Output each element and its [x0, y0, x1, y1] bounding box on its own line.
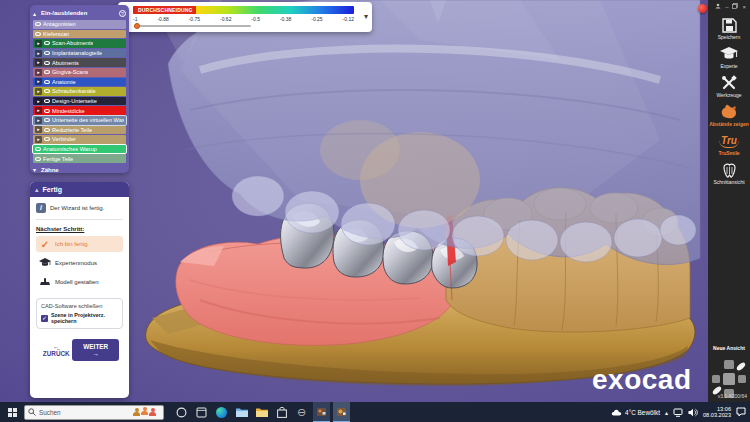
layer-row-gingiva-scans[interactable]: ▸ Gingiva-Scans	[33, 68, 126, 77]
close-icon[interactable]: ×	[742, 4, 746, 11]
folder-icon[interactable]	[253, 402, 270, 422]
eye-icon[interactable]	[44, 99, 50, 103]
legend-slider-knob[interactable]	[134, 23, 140, 29]
chevron-right-icon[interactable]: ▸	[35, 126, 42, 133]
weather-widget[interactable]: 4°C Bewölkt	[611, 408, 660, 416]
edge-browser-icon[interactable]	[213, 402, 230, 422]
action-center-icon[interactable]	[736, 403, 746, 421]
help-icon[interactable]: ?	[119, 10, 126, 17]
legend-tick: -0.75	[189, 16, 200, 22]
eye-icon[interactable]	[35, 32, 41, 36]
layer-row-scan-abutments[interactable]: ▸ Scan-Abutments	[33, 39, 126, 48]
layer-row-design-unterseite[interactable]: ▸ Design-Unterseite	[33, 97, 126, 106]
exocad-app-icon[interactable]	[313, 402, 330, 422]
view-left-button[interactable]	[712, 375, 720, 383]
trusmile-icon: Tru	[708, 133, 750, 149]
layer-row-unterseite-waxup[interactable]: ▸ Unterseite des virtuellen Waxup	[33, 116, 126, 125]
step-expert-mode[interactable]: Expertenmodus	[36, 255, 123, 271]
eye-icon[interactable]	[44, 89, 50, 93]
back-button[interactable]: ← ZURÜCK	[40, 343, 72, 357]
view-center-button[interactable]	[723, 373, 735, 385]
expert-button[interactable]: Experte	[708, 46, 750, 69]
chevron-right-icon[interactable]: ▸	[35, 78, 42, 85]
eye-icon[interactable]	[44, 128, 50, 132]
next-arrow-icon: →	[93, 350, 99, 357]
minimize-icon[interactable]: –	[725, 4, 728, 11]
chevron-right-icon[interactable]: ▸	[35, 107, 42, 114]
file-explorer-icon[interactable]	[233, 402, 250, 422]
back-arrow-icon: ←	[53, 343, 59, 350]
save-scene-checkbox[interactable]: ✓	[41, 315, 48, 322]
eye-icon[interactable]	[35, 157, 41, 161]
layer-row-anatomisches-waxup[interactable]: Anatomisches Waxup	[33, 145, 126, 154]
eye-icon[interactable]	[44, 137, 50, 141]
legend-tick: -0.5	[251, 16, 260, 22]
section-view-button[interactable]: Schnittansicht	[708, 162, 750, 185]
restore-icon[interactable]	[732, 3, 738, 11]
eye-icon[interactable]	[44, 109, 50, 113]
legend-tick: -0.62	[220, 16, 231, 22]
layer-row-verbinder[interactable]: ▸ Verbinder	[33, 135, 126, 144]
layer-row-abutments[interactable]: ▸ Abutments	[33, 58, 126, 67]
legend-range-slider[interactable]	[135, 25, 251, 27]
volume-icon[interactable]	[688, 403, 698, 421]
store-icon[interactable]	[273, 402, 290, 422]
legend-collapse-icon[interactable]: ▾	[364, 12, 368, 21]
chevron-right-icon[interactable]: ▸	[35, 136, 42, 143]
chevron-right-icon[interactable]: ▸	[35, 117, 42, 124]
chevron-right-icon[interactable]: ▸	[35, 40, 42, 47]
show-hide-panel: ▴ Ein-/ausblenden ? Antagonisten Kiefers…	[30, 5, 129, 173]
clock-widget[interactable]: 13:06 08.03.2023	[703, 406, 731, 419]
view-rotate-cw-icon[interactable]	[736, 361, 747, 371]
eye-icon[interactable]	[35, 147, 41, 151]
search-icon	[28, 408, 36, 416]
tray-expand-icon[interactable]: ▴	[665, 409, 668, 416]
tools-button[interactable]: Werkzeuge	[708, 75, 750, 98]
layer-row-mindestdicke[interactable]: ▸ Mindestdicke	[33, 106, 126, 115]
eye-icon[interactable]	[44, 61, 50, 65]
layer-row-reduzierte-teile[interactable]: ▸ Reduzierte Teile	[33, 126, 126, 135]
chevron-right-icon[interactable]: ▸	[35, 88, 42, 95]
new-view-widget: Neue Ansicht	[708, 336, 750, 400]
next-button[interactable]: WEITER →	[72, 339, 119, 361]
eye-icon[interactable]	[44, 41, 50, 45]
view-right-button[interactable]	[738, 375, 746, 383]
save-scene-label[interactable]: Szene in Projektverz. speichern	[51, 312, 118, 324]
network-icon[interactable]	[673, 403, 683, 421]
show-distances-button[interactable]: Abstände zeigen	[708, 104, 750, 127]
eye-icon[interactable]	[35, 22, 41, 26]
chevron-right-icon[interactable]: ▸	[35, 69, 42, 76]
layer-row-antagonisten[interactable]: Antagonisten	[33, 20, 126, 29]
eye-icon[interactable]	[44, 118, 50, 122]
layer-row-fertige-teile[interactable]: Fertige Teile	[33, 154, 126, 163]
layer-row-schraubenkanaele[interactable]: ▸ Schraubenkanäle	[33, 87, 126, 96]
layer-row-anatomie[interactable]: ▸ Anatomie	[33, 78, 126, 87]
view-top-button[interactable]	[724, 360, 734, 369]
model-icon	[39, 273, 51, 291]
layer-row-implantatanalogteile[interactable]: ▸ Implantatanalogteile	[33, 49, 126, 58]
eye-icon[interactable]	[44, 70, 50, 74]
legend-tick: -0.38	[280, 16, 291, 22]
task-view-icon[interactable]	[193, 402, 210, 422]
layer-row-kieferscan[interactable]: Kieferscan	[33, 30, 126, 39]
exocad-app-active-icon[interactable]	[333, 402, 350, 422]
trusmile-button[interactable]: Tru TruSmile	[708, 133, 750, 156]
show-hide-header[interactable]: ▴ Ein-/ausblenden ?	[33, 8, 126, 18]
wizard-header[interactable]: ▴ Fertig	[30, 182, 129, 197]
antagonist-scan[interactable]	[168, 0, 700, 265]
save-button[interactable]: Speichern	[708, 17, 750, 40]
cortana-icon[interactable]	[173, 402, 190, 422]
blocked-app-icon[interactable]: ⊖	[293, 402, 310, 422]
teeth-section-header[interactable]: ▾ Zähne	[33, 165, 126, 175]
eye-icon[interactable]	[44, 51, 50, 55]
step-finished[interactable]: ✓ Ich bin fertig	[36, 236, 123, 252]
step-design-model[interactable]: Modell gestalten	[36, 274, 123, 290]
start-button[interactable]	[0, 402, 24, 422]
layer-label: Anatomisches Waxup	[43, 146, 97, 152]
user-icon[interactable]	[715, 3, 721, 11]
chevron-right-icon[interactable]: ▸	[35, 59, 42, 66]
chevron-right-icon[interactable]: ▸	[35, 98, 42, 105]
eye-icon[interactable]	[44, 80, 50, 84]
notification-badge[interactable]	[698, 4, 707, 13]
chevron-right-icon[interactable]: ▸	[35, 50, 42, 57]
